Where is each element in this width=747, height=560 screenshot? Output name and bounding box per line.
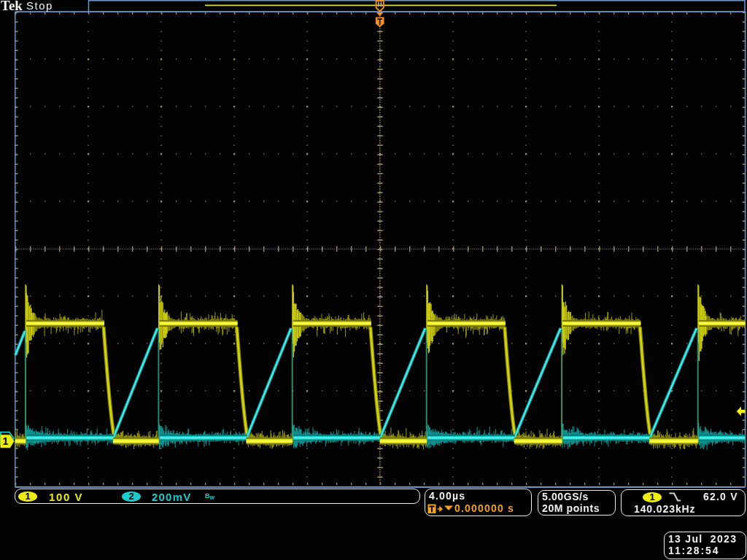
svg-text:1: 1 [3, 435, 9, 447]
